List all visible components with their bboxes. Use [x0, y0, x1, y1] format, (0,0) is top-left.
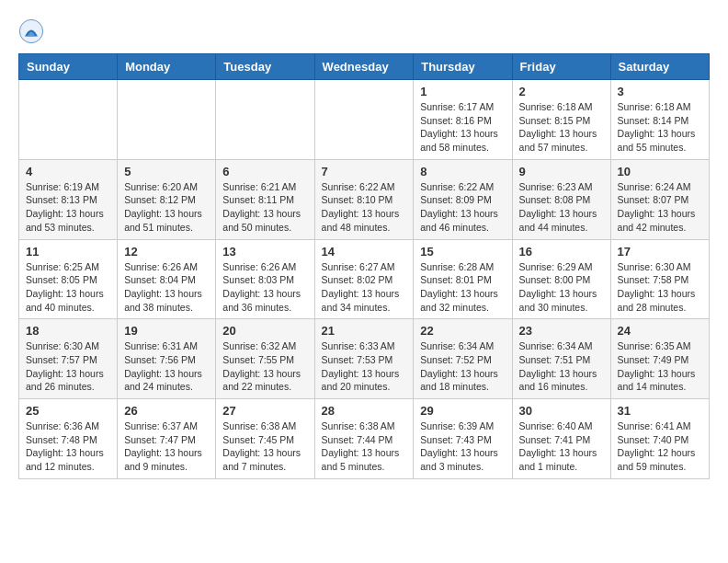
day-info: Sunrise: 6:26 AM Sunset: 8:04 PM Dayligh… [124, 260, 209, 315]
day-number: 14 [322, 245, 407, 259]
weekday-header: Wednesday [314, 54, 414, 80]
calendar-cell: 7Sunrise: 6:22 AM Sunset: 8:10 PM Daylig… [314, 159, 414, 239]
day-number: 21 [322, 324, 407, 338]
calendar-week-row: 18Sunrise: 6:30 AM Sunset: 7:57 PM Dayli… [19, 319, 710, 399]
calendar-cell: 11Sunrise: 6:25 AM Sunset: 8:05 PM Dayli… [19, 239, 118, 319]
calendar-cell: 3Sunrise: 6:18 AM Sunset: 8:14 PM Daylig… [610, 80, 709, 160]
day-number: 2 [519, 85, 604, 98]
day-number: 31 [618, 404, 702, 418]
calendar-cell: 20Sunrise: 6:32 AM Sunset: 7:55 PM Dayli… [216, 319, 314, 399]
day-number: 18 [26, 324, 110, 338]
calendar-cell: 10Sunrise: 6:24 AM Sunset: 8:07 PM Dayli… [610, 159, 709, 239]
day-info: Sunrise: 6:30 AM Sunset: 7:58 PM Dayligh… [618, 260, 702, 315]
day-number: 5 [124, 165, 209, 178]
calendar-cell: 28Sunrise: 6:38 AM Sunset: 7:44 PM Dayli… [314, 399, 414, 479]
calendar-cell: 2Sunrise: 6:18 AM Sunset: 8:15 PM Daylig… [512, 80, 610, 160]
day-info: Sunrise: 6:26 AM Sunset: 8:03 PM Dayligh… [222, 260, 307, 315]
calendar-cell: 5Sunrise: 6:20 AM Sunset: 8:12 PM Daylig… [118, 159, 216, 239]
calendar-cell: 8Sunrise: 6:22 AM Sunset: 8:09 PM Daylig… [414, 159, 512, 239]
day-info: Sunrise: 6:34 AM Sunset: 7:52 PM Dayligh… [420, 339, 505, 394]
day-info: Sunrise: 6:22 AM Sunset: 8:09 PM Dayligh… [420, 180, 505, 235]
day-number: 3 [618, 85, 702, 98]
calendar-cell: 4Sunrise: 6:19 AM Sunset: 8:13 PM Daylig… [19, 159, 118, 239]
day-info: Sunrise: 6:38 AM Sunset: 7:44 PM Dayligh… [322, 419, 407, 474]
day-info: Sunrise: 6:17 AM Sunset: 8:16 PM Dayligh… [420, 100, 505, 155]
calendar-cell [314, 80, 414, 160]
calendar-cell: 15Sunrise: 6:28 AM Sunset: 8:01 PM Dayli… [414, 239, 512, 319]
day-number: 23 [519, 324, 604, 338]
calendar-week-row: 11Sunrise: 6:25 AM Sunset: 8:05 PM Dayli… [19, 239, 710, 319]
day-info: Sunrise: 6:31 AM Sunset: 7:56 PM Dayligh… [124, 339, 209, 394]
logo [18, 18, 48, 44]
weekday-header: Monday [118, 54, 216, 80]
calendar-week-row: 4Sunrise: 6:19 AM Sunset: 8:13 PM Daylig… [19, 159, 710, 239]
weekday-header: Friday [512, 54, 610, 80]
day-info: Sunrise: 6:24 AM Sunset: 8:07 PM Dayligh… [618, 180, 702, 235]
day-number: 17 [618, 245, 702, 259]
day-number: 1 [420, 85, 505, 98]
day-info: Sunrise: 6:18 AM Sunset: 8:15 PM Dayligh… [519, 100, 604, 155]
calendar-cell: 27Sunrise: 6:38 AM Sunset: 7:45 PM Dayli… [216, 399, 314, 479]
day-number: 24 [618, 324, 702, 338]
calendar-cell: 31Sunrise: 6:41 AM Sunset: 7:40 PM Dayli… [610, 399, 709, 479]
calendar-week-row: 1Sunrise: 6:17 AM Sunset: 8:16 PM Daylig… [19, 80, 710, 160]
day-number: 26 [124, 404, 209, 418]
day-number: 4 [26, 165, 110, 178]
calendar-cell [19, 80, 118, 160]
day-number: 25 [26, 404, 110, 418]
day-info: Sunrise: 6:35 AM Sunset: 7:49 PM Dayligh… [618, 339, 702, 394]
calendar-cell: 23Sunrise: 6:34 AM Sunset: 7:51 PM Dayli… [512, 319, 610, 399]
day-number: 8 [420, 165, 505, 178]
day-info: Sunrise: 6:38 AM Sunset: 7:45 PM Dayligh… [222, 419, 307, 474]
calendar-cell: 29Sunrise: 6:39 AM Sunset: 7:43 PM Dayli… [414, 399, 512, 479]
weekday-header: Saturday [610, 54, 709, 80]
calendar-cell: 6Sunrise: 6:21 AM Sunset: 8:11 PM Daylig… [216, 159, 314, 239]
logo-icon [18, 18, 44, 44]
day-number: 6 [222, 165, 307, 178]
day-number: 30 [519, 404, 604, 418]
day-info: Sunrise: 6:30 AM Sunset: 7:57 PM Dayligh… [26, 339, 110, 394]
calendar-cell: 14Sunrise: 6:27 AM Sunset: 8:02 PM Dayli… [314, 239, 414, 319]
day-info: Sunrise: 6:29 AM Sunset: 8:00 PM Dayligh… [519, 260, 604, 315]
day-number: 12 [124, 245, 209, 259]
day-info: Sunrise: 6:33 AM Sunset: 7:53 PM Dayligh… [322, 339, 407, 394]
day-info: Sunrise: 6:34 AM Sunset: 7:51 PM Dayligh… [519, 339, 604, 394]
day-number: 7 [322, 165, 407, 178]
calendar-cell: 1Sunrise: 6:17 AM Sunset: 8:16 PM Daylig… [414, 80, 512, 160]
day-number: 10 [618, 165, 702, 178]
day-number: 22 [420, 324, 505, 338]
day-number: 15 [420, 245, 505, 259]
day-info: Sunrise: 6:37 AM Sunset: 7:47 PM Dayligh… [124, 419, 209, 474]
calendar-cell: 25Sunrise: 6:36 AM Sunset: 7:48 PM Dayli… [19, 399, 118, 479]
calendar-cell: 13Sunrise: 6:26 AM Sunset: 8:03 PM Dayli… [216, 239, 314, 319]
day-number: 16 [519, 245, 604, 259]
calendar-cell: 26Sunrise: 6:37 AM Sunset: 7:47 PM Dayli… [118, 399, 216, 479]
day-info: Sunrise: 6:39 AM Sunset: 7:43 PM Dayligh… [420, 419, 505, 474]
day-number: 11 [26, 245, 110, 259]
day-info: Sunrise: 6:28 AM Sunset: 8:01 PM Dayligh… [420, 260, 505, 315]
page-header [18, 18, 710, 44]
day-number: 29 [420, 404, 505, 418]
day-info: Sunrise: 6:18 AM Sunset: 8:14 PM Dayligh… [618, 100, 702, 155]
day-info: Sunrise: 6:19 AM Sunset: 8:13 PM Dayligh… [26, 180, 110, 235]
day-info: Sunrise: 6:22 AM Sunset: 8:10 PM Dayligh… [322, 180, 407, 235]
calendar-cell: 19Sunrise: 6:31 AM Sunset: 7:56 PM Dayli… [118, 319, 216, 399]
calendar-cell: 17Sunrise: 6:30 AM Sunset: 7:58 PM Dayli… [610, 239, 709, 319]
day-number: 13 [222, 245, 307, 259]
calendar-table: SundayMondayTuesdayWednesdayThursdayFrid… [18, 53, 710, 479]
day-info: Sunrise: 6:32 AM Sunset: 7:55 PM Dayligh… [222, 339, 307, 394]
calendar-week-row: 25Sunrise: 6:36 AM Sunset: 7:48 PM Dayli… [19, 399, 710, 479]
day-number: 19 [124, 324, 209, 338]
calendar-cell: 12Sunrise: 6:26 AM Sunset: 8:04 PM Dayli… [118, 239, 216, 319]
day-number: 27 [222, 404, 307, 418]
calendar-cell: 22Sunrise: 6:34 AM Sunset: 7:52 PM Dayli… [414, 319, 512, 399]
calendar-cell: 9Sunrise: 6:23 AM Sunset: 8:08 PM Daylig… [512, 159, 610, 239]
day-info: Sunrise: 6:25 AM Sunset: 8:05 PM Dayligh… [26, 260, 110, 315]
calendar-cell: 24Sunrise: 6:35 AM Sunset: 7:49 PM Dayli… [610, 319, 709, 399]
day-info: Sunrise: 6:41 AM Sunset: 7:40 PM Dayligh… [618, 419, 702, 474]
weekday-header: Sunday [19, 54, 118, 80]
calendar-cell [118, 80, 216, 160]
weekday-header: Tuesday [216, 54, 314, 80]
day-number: 28 [322, 404, 407, 418]
calendar-cell: 30Sunrise: 6:40 AM Sunset: 7:41 PM Dayli… [512, 399, 610, 479]
